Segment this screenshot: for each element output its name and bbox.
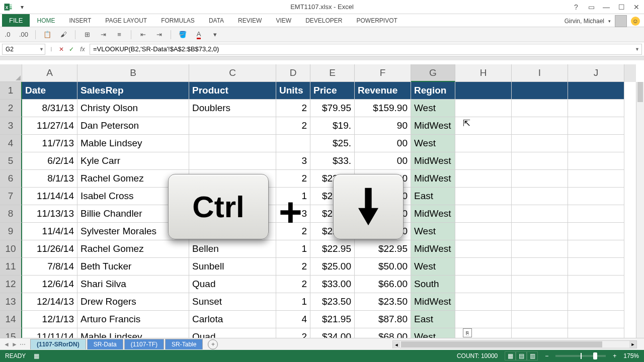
data-cell[interactable]: Billie Chandler	[77, 205, 189, 223]
data-cell[interactable]: 2	[276, 276, 310, 293]
feedback-icon[interactable]: ☺	[631, 17, 640, 26]
sheet-tab-0[interactable]: (1107-SRorDN)	[30, 339, 86, 349]
data-cell[interactable]: 11/11/14	[22, 328, 77, 338]
qat-dropdown-icon[interactable]: ▾	[18, 3, 26, 11]
page-layout-view-icon[interactable]: ▤	[516, 351, 527, 360]
data-cell[interactable]	[568, 170, 624, 188]
data-cell[interactable]: Carlota	[189, 170, 276, 188]
row-header[interactable]: 15	[0, 328, 22, 338]
close-button[interactable]: ✕	[631, 2, 642, 12]
row-header[interactable]: 6	[0, 170, 22, 188]
sheet-tab-1[interactable]: SR-Data	[87, 339, 123, 349]
format-painter-icon[interactable]: 🖌	[59, 30, 68, 39]
data-cell[interactable]: 12/6/14	[22, 276, 77, 293]
data-cell[interactable]: 12/1/13	[22, 311, 77, 328]
row-header[interactable]: 2	[0, 100, 22, 117]
data-cell[interactable]: MidWest	[411, 170, 455, 188]
data-cell[interactable]: 2	[276, 328, 310, 338]
data-cell[interactable]	[455, 135, 512, 152]
select-all-corner[interactable]	[0, 64, 22, 82]
data-cell[interactable]	[512, 205, 568, 223]
formula-input[interactable]: =VLOOKUP(B2,'SR-Data'!$A$2:$B$73,2,0)▼	[90, 44, 642, 55]
data-cell[interactable]: 8/1/13	[22, 170, 77, 188]
paste-icon[interactable]: 📋	[43, 30, 52, 39]
data-cell[interactable]: MidWest	[411, 117, 455, 135]
data-cell[interactable]	[568, 258, 624, 276]
header-cell[interactable]: Date	[22, 82, 77, 100]
row-header[interactable]: 9	[0, 223, 22, 240]
data-cell[interactable]: Sylvester Morales	[77, 223, 189, 240]
data-cell[interactable]	[512, 293, 568, 311]
data-cell[interactable]	[512, 311, 568, 328]
data-cell[interactable]	[455, 170, 512, 188]
cancel-icon[interactable]: ✕	[57, 46, 65, 53]
sheet-tab-3[interactable]: SR-Table	[165, 339, 203, 349]
zoom-out-button[interactable]: −	[545, 352, 548, 359]
data-cell[interactable]: 3	[276, 205, 310, 223]
data-cell[interactable]	[455, 223, 512, 240]
data-cell[interactable]	[512, 170, 568, 188]
row-header[interactable]: 8	[0, 205, 22, 223]
data-cell[interactable]: $34.00	[310, 328, 355, 338]
decrease-decimal-icon[interactable]: .00	[19, 30, 28, 39]
data-cell[interactable]: 11/14/14	[22, 188, 77, 205]
row-header[interactable]: 3	[0, 117, 22, 135]
data-cell[interactable]	[455, 311, 512, 328]
data-cell[interactable]	[455, 240, 512, 258]
data-cell[interactable]	[568, 205, 624, 223]
increase-decimal-icon[interactable]: .0	[3, 30, 12, 39]
data-cell[interactable]: 00	[355, 135, 411, 152]
data-cell[interactable]: Dan Peterson	[77, 117, 189, 135]
data-cell[interactable]: Carlota	[189, 311, 276, 328]
row-header[interactable]: 5	[0, 152, 22, 170]
data-cell[interactable]: $68.00	[355, 328, 411, 338]
header-cell[interactable]: Units	[276, 82, 310, 100]
data-cell[interactable]: West	[411, 100, 455, 117]
sheet-nav-next-icon[interactable]: ►	[11, 341, 18, 348]
data-cell[interactable]	[568, 240, 624, 258]
tab-page-layout[interactable]: PAGE LAYOUT	[98, 14, 154, 27]
data-cell[interactable]: East	[411, 311, 455, 328]
header-cell[interactable]: Product	[189, 82, 276, 100]
sheet-nav-menu-icon[interactable]: ⋯	[19, 341, 26, 348]
name-box[interactable]: G2▼	[2, 44, 45, 55]
data-cell[interactable]: Sunset	[189, 205, 276, 223]
data-cell[interactable]	[568, 100, 624, 117]
file-tab[interactable]: FILE	[2, 14, 30, 27]
data-cell[interactable]: $22.95	[310, 223, 355, 240]
macro-record-icon[interactable]: ▦	[34, 352, 39, 359]
col-header-g[interactable]: G	[411, 64, 455, 82]
data-cell[interactable]: Christy Olson	[77, 100, 189, 117]
normal-view-icon[interactable]: ▦	[505, 351, 516, 360]
data-cell[interactable]: Kyle Carr	[77, 152, 189, 170]
data-cell[interactable]: 11/4/14	[22, 223, 77, 240]
enter-icon[interactable]: ✓	[67, 46, 75, 53]
minimize-button[interactable]: —	[601, 2, 612, 12]
data-cell[interactable]: Sunset	[189, 293, 276, 311]
row-header[interactable]: 4	[0, 135, 22, 152]
autofill-options-icon[interactable]: ⎘	[463, 328, 472, 337]
col-header-f[interactable]: F	[355, 64, 411, 82]
data-cell[interactable]	[189, 135, 276, 152]
data-cell[interactable]: 2	[276, 117, 310, 135]
data-cell[interactable]	[568, 223, 624, 240]
data-cell[interactable]: $19.	[310, 117, 355, 135]
data-cell[interactable]: Carlota	[189, 223, 276, 240]
data-cell[interactable]: 2	[276, 258, 310, 276]
data-cell[interactable]	[568, 328, 624, 338]
data-cell[interactable]: $22.95	[310, 170, 355, 188]
data-cell[interactable]: Rachel Gomez	[77, 240, 189, 258]
data-cell[interactable]: 6/2/14	[22, 152, 77, 170]
user-avatar[interactable]	[615, 15, 627, 27]
zoom-in-button[interactable]: +	[613, 352, 616, 359]
tab-review[interactable]: REVIEW	[231, 14, 269, 27]
data-cell[interactable]: Drew Rogers	[77, 293, 189, 311]
row-headers[interactable]: 123456789101112131415	[0, 82, 22, 338]
data-cell[interactable]: 3	[276, 152, 310, 170]
header-cell[interactable]: SalesRep	[77, 82, 189, 100]
data-cell[interactable]	[568, 311, 624, 328]
tab-developer[interactable]: DEVELOPER	[298, 14, 349, 27]
data-cell[interactable]: 11/7/13	[22, 135, 77, 152]
data-cell[interactable]	[512, 240, 568, 258]
data-cell[interactable]	[189, 117, 276, 135]
